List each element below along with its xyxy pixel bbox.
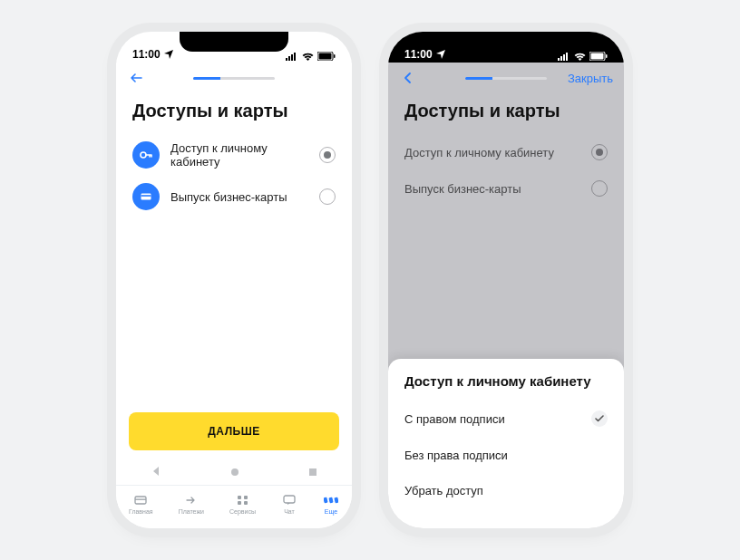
svg-rect-8 [141, 194, 151, 200]
sheet-option-no-signing[interactable]: Без права подписи [404, 438, 608, 473]
home-icon [132, 494, 149, 507]
svg-rect-2 [291, 54, 293, 61]
key-icon [132, 141, 160, 169]
signal-icon [286, 53, 298, 61]
svg-rect-20 [328, 497, 333, 504]
status-time: 11:00 [132, 48, 161, 61]
topbar [116, 63, 352, 93]
svg-rect-16 [238, 501, 241, 505]
card-icon [132, 183, 160, 210]
location-icon [164, 50, 173, 59]
progress-bar [193, 77, 275, 80]
notch [452, 32, 560, 52]
progress-fill [465, 77, 492, 80]
nav-back-icon[interactable] [151, 464, 161, 480]
close-button[interactable]: Закрыть [568, 72, 613, 85]
battery-icon [589, 52, 608, 61]
option-label: Доступ к личному кабинету [170, 141, 308, 169]
svg-rect-27 [591, 53, 604, 60]
svg-point-7 [141, 152, 146, 158]
sheet-option-signing[interactable]: С правом подписи [404, 400, 608, 438]
phone-state-list: 11:00 Доступы и карты [116, 32, 352, 528]
screen: Закрыть Доступы и карты Доступ к личному… [388, 63, 624, 528]
notch [180, 32, 288, 52]
signal-icon [558, 53, 570, 61]
svg-rect-17 [244, 501, 248, 505]
option-label: Выпуск бизнес-карты [170, 190, 308, 204]
svg-rect-9 [141, 195, 151, 197]
svg-rect-25 [566, 53, 568, 61]
radio-unselected[interactable] [591, 180, 608, 197]
options-list: Доступ к личному кабинету Выпуск бизнес-… [116, 134, 352, 217]
svg-rect-23 [560, 56, 562, 61]
page-title: Доступы и карты [116, 93, 352, 134]
svg-rect-18 [284, 496, 295, 503]
location-icon [436, 50, 445, 59]
option-row-business-card[interactable]: Выпуск бизнес-карты [132, 176, 336, 217]
svg-rect-22 [558, 58, 560, 61]
svg-rect-5 [319, 53, 332, 60]
option-row-business-card[interactable]: Выпуск бизнес-карты [404, 170, 608, 207]
nav-home-icon[interactable] [230, 464, 239, 480]
svg-rect-24 [563, 54, 565, 61]
option-label: Выпуск бизнес-карты [404, 182, 580, 196]
option-row-account-access[interactable]: Доступ к личному кабинету [132, 134, 336, 176]
option-row-account-access[interactable]: Доступ к личному кабинету [404, 134, 608, 170]
svg-rect-14 [238, 496, 241, 499]
radio-selected[interactable] [319, 147, 336, 163]
next-button[interactable]: ДАЛЬШЕ [129, 412, 339, 450]
svg-rect-28 [606, 54, 608, 58]
svg-rect-6 [334, 54, 336, 58]
radio-unselected[interactable] [319, 188, 336, 205]
svg-rect-12 [135, 497, 146, 504]
services-icon [235, 494, 251, 507]
nav-recents-icon[interactable] [308, 464, 317, 480]
svg-rect-3 [294, 53, 296, 61]
svg-rect-15 [244, 496, 248, 499]
wifi-icon [302, 53, 314, 61]
svg-rect-21 [334, 497, 338, 504]
more-icon [323, 494, 339, 507]
svg-rect-1 [288, 56, 290, 61]
tab-more[interactable]: Еще [323, 494, 339, 515]
svg-rect-0 [286, 58, 287, 61]
option-label: Доступ к личному кабинету [404, 146, 580, 159]
screen: Доступы и карты Доступ к личному кабинет… [116, 63, 352, 528]
svg-rect-11 [309, 468, 316, 476]
phone-state-sheet: 11:00 Закрыть [388, 32, 624, 528]
wifi-icon [574, 53, 586, 61]
svg-rect-13 [135, 499, 146, 500]
tab-payments[interactable]: Платежи [179, 494, 204, 515]
sheet-option-remove[interactable]: Убрать доступ [404, 473, 608, 508]
progress-fill [193, 77, 220, 80]
progress-bar [465, 77, 547, 80]
options-list: Доступ к личному кабинету Выпуск бизнес-… [388, 134, 624, 207]
tab-home[interactable]: Главная [129, 494, 153, 515]
battery-icon [317, 52, 336, 61]
tab-services[interactable]: Сервисы [229, 494, 256, 515]
bottom-sheet: Доступ к личному кабинету С правом подпи… [388, 359, 624, 528]
back-button[interactable] [397, 67, 419, 89]
android-nav [116, 459, 352, 485]
tab-chat[interactable]: Чат [281, 494, 297, 515]
topbar: Закрыть [388, 63, 624, 93]
tabbar: Главная Платежи Сервисы Чат Еще [116, 485, 352, 528]
chat-icon [281, 494, 297, 507]
svg-rect-19 [324, 497, 328, 504]
page-title: Доступы и карты [388, 93, 624, 134]
svg-point-10 [231, 468, 239, 476]
payments-icon [183, 494, 200, 507]
status-time: 11:00 [404, 48, 433, 61]
back-button[interactable] [125, 67, 147, 89]
sheet-title: Доступ к личному кабинету [404, 373, 608, 389]
radio-selected[interactable] [591, 144, 608, 160]
check-icon [591, 410, 608, 427]
